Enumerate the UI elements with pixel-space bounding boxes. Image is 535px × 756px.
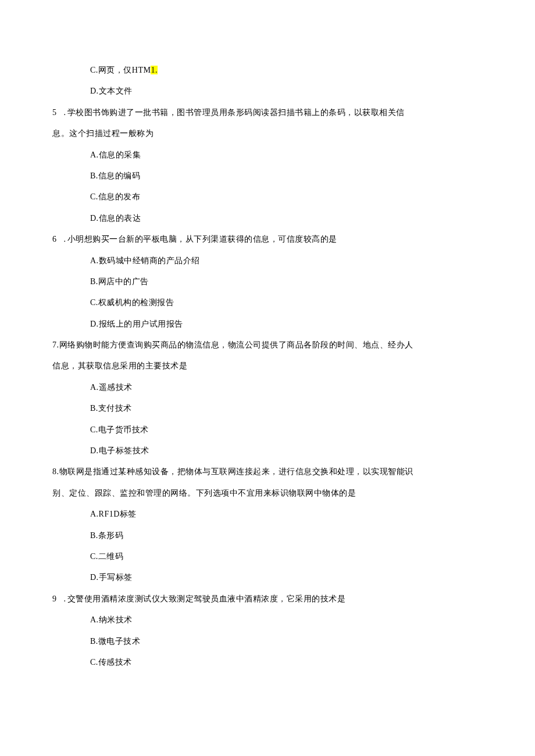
q8-stem-line2: 别、定位、跟踪、监控和管理的网络。下列选项中不宜用来标识物联网中物体的是 xyxy=(52,487,483,500)
q9-dot: . xyxy=(64,593,66,605)
q7-option-b: B.支付技术 xyxy=(90,402,483,415)
q4-option-d: D.文本文件 xyxy=(90,85,483,98)
q4-optC-pre: C.网页，仅HTM xyxy=(90,66,151,74)
q9-option-a: A.纳米技术 xyxy=(90,614,483,626)
q6-option-b: B.网店中的广告 xyxy=(90,275,483,288)
q8-stem-line1: 8.物联网是指通过某种感知设备，把物体与互联网连接起来，进行信息交换和处理，以实… xyxy=(52,465,483,478)
q7-stem-line1: 7.网络购物时能方便查询购买商品的物流信息，物流公司提供了商品各阶段的时间、地点… xyxy=(52,339,483,352)
q6-stem-text: 小明想购买一台新的平板电脑，从下列渠道获得的信息，可信度较高的是 xyxy=(67,235,337,243)
q9-option-b: B.微电子技术 xyxy=(90,635,483,648)
q8-option-b: B.条形码 xyxy=(90,529,483,542)
q7-option-c: C.电子货币技术 xyxy=(90,424,483,436)
q7-option-a: A.遥感技术 xyxy=(90,381,483,394)
q5-dot: . xyxy=(64,106,66,119)
q5-number: 5 xyxy=(52,106,57,119)
q6-stem: 6.小明想购买一台新的平板电脑，从下列渠道获得的信息，可信度较高的是 xyxy=(52,233,483,246)
q7-option-d: D.电子标签技术 xyxy=(90,445,483,457)
q5-stem-line1: 学校图书饰购进了一批书籍，图书管理员用条形码阅读器扫描书籍上的条码，以获取相关信 xyxy=(67,108,405,117)
q9-option-c: C.传感技术 xyxy=(90,656,483,669)
q8-option-a: A.RF1D标签 xyxy=(90,508,483,521)
q9-number: 9 xyxy=(52,593,57,605)
q8-option-d: D.手写标签 xyxy=(90,571,483,584)
q9-stem-text: 交警使用酒精浓度测试仪大致测定驾驶员血液中酒精浓度，它采用的技术是 xyxy=(67,594,346,603)
q6-option-d: D.报纸上的用户试用报告 xyxy=(90,318,483,331)
q6-dot: . xyxy=(64,233,66,246)
q7-stem-line2: 信息，其获取信息采用的主要技术是 xyxy=(52,360,483,372)
q5-option-d: D.信息的表达 xyxy=(90,212,483,225)
q5-option-a: A.信息的采集 xyxy=(90,149,483,162)
q5-option-c: C.信息的发布 xyxy=(90,191,483,203)
document-content: C.网页，仅HTM1. D.文本文件 5.学校图书饰购进了一批书籍，图书管理员用… xyxy=(0,0,535,712)
q6-option-a: A.数码城中经销商的产品介绍 xyxy=(90,255,483,267)
q8-option-c: C.二维码 xyxy=(90,550,483,563)
q4-optC-highlight: 1. xyxy=(151,66,158,74)
q5-stem: 5.学校图书饰购进了一批书籍，图书管理员用条形码阅读器扫描书籍上的条码，以获取相… xyxy=(52,106,483,119)
q9-stem: 9.交警使用酒精浓度测试仪大致测定驾驶员血液中酒精浓度，它采用的技术是 xyxy=(52,593,483,605)
q4-option-c: C.网页，仅HTM1. xyxy=(90,64,483,77)
q5-option-b: B.信息的编码 xyxy=(90,170,483,182)
q6-option-c: C.权威机构的检测报告 xyxy=(90,296,483,309)
q6-number: 6 xyxy=(52,233,57,246)
q5-stem-line2: 息。这个扫描过程一般称为 xyxy=(52,127,483,140)
